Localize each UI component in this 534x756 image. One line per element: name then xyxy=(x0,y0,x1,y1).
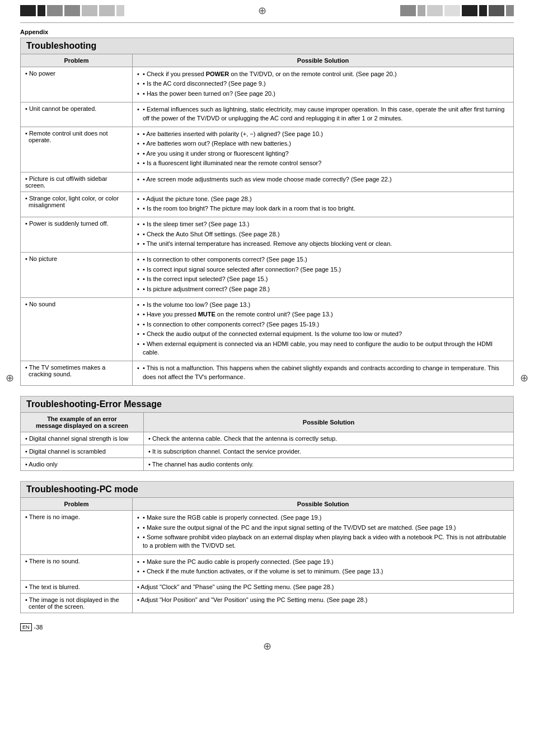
header-block-r7 xyxy=(489,5,504,16)
problem-cell: • No power xyxy=(21,67,133,102)
footer: EN - 38 xyxy=(20,623,514,631)
problem-cell: • There is no image. xyxy=(21,511,133,555)
header-bar: ⊕ xyxy=(20,0,514,19)
header-block-1 xyxy=(20,5,36,16)
table-row: • Unit cannot be operated. • External in… xyxy=(21,102,514,127)
header-block-6 xyxy=(99,5,115,16)
header-center-circle: ⊕ xyxy=(258,4,266,17)
problem-cell: • Unit cannot be operated. xyxy=(21,102,133,127)
troubleshooting-col-problem: Problem xyxy=(21,54,133,67)
header-block-3 xyxy=(47,5,63,16)
problem-cell: • The image is not displayed in the cent… xyxy=(21,593,133,613)
table-row: • No sound • Is the volume too low? (See… xyxy=(21,298,514,361)
header-block-r5 xyxy=(462,5,477,16)
appendix-label: Appendix xyxy=(20,29,514,35)
solution-cell: • Is the sleep timer set? (See page 13.)… xyxy=(133,217,514,253)
table-row: • No power • Check if you pressed POWER … xyxy=(21,67,514,102)
problem-cell: • The TV sometimes makes a cracking soun… xyxy=(21,361,133,386)
problem-cell: • Power is suddenly turned off. xyxy=(21,217,133,253)
header-block-r8 xyxy=(506,5,514,16)
table-row: • Picture is cut off/with sidebar screen… xyxy=(21,172,514,192)
problem-cell: • No sound xyxy=(21,298,133,361)
table-row: • Remote control unit does not operate. … xyxy=(21,127,514,172)
solution-cell: • Is the volume too low? (See page 13.) … xyxy=(133,298,514,361)
solution-cell: • Make sure the RGB cable is properly co… xyxy=(133,511,514,555)
solution-cell: • Check if you pressed POWER on the TV/D… xyxy=(133,67,514,102)
table-row: • The image is not displayed in the cent… xyxy=(21,593,514,613)
problem-cell: • Digital channel is scrambled xyxy=(21,445,144,458)
solution-cell: • Check the antenna cable. Check that th… xyxy=(144,432,514,445)
left-binding-icon: ⊕ xyxy=(6,372,14,384)
header-block-r1 xyxy=(400,5,416,16)
table-row: • The TV sometimes makes a cracking soun… xyxy=(21,361,514,386)
page-number: 38 xyxy=(36,624,43,631)
table-row: • Audio only • The channel has audio con… xyxy=(21,458,514,471)
solution-cell: • Adjust "Clock" and "Phase" using the P… xyxy=(133,580,514,593)
problem-cell: • Picture is cut off/with sidebar screen… xyxy=(21,172,133,192)
bottom-circle-icon: ⊕ xyxy=(263,641,271,652)
top-divider xyxy=(20,22,514,23)
troubleshooting-col-solution: Possible Solution xyxy=(133,54,514,67)
header-block-2 xyxy=(38,5,45,16)
solution-cell: • External influences such as lightning,… xyxy=(133,102,514,127)
page: ⊕ Appendix Troubleshooting Problem Possi… xyxy=(0,0,534,756)
solution-cell: • The channel has audio contents only. xyxy=(144,458,514,471)
problem-cell: • Audio only xyxy=(21,458,144,471)
problem-cell: • There is no sound. xyxy=(21,554,133,580)
solution-cell: • This is not a malfunction. This happen… xyxy=(133,361,514,386)
error-col-problem: The example of an errormessage displayed… xyxy=(21,413,144,432)
pc-mode-table: Problem Possible Solution • There is no … xyxy=(20,497,514,613)
table-row: • There is no image. • Make sure the RGB… xyxy=(21,511,514,555)
solution-cell: • Is connection to other components corr… xyxy=(133,253,514,298)
problem-cell: • No picture xyxy=(21,253,133,298)
header-block-r6 xyxy=(479,5,487,16)
table-row: • The text is blurred. • Adjust "Clock" … xyxy=(21,580,514,593)
header-block-r4 xyxy=(444,5,460,16)
header-block-r2 xyxy=(418,5,425,16)
table-row: • Digital channel is scrambled • It is s… xyxy=(21,445,514,458)
error-message-table: The example of an errormessage displayed… xyxy=(20,412,514,471)
header-block-5 xyxy=(82,5,97,16)
header-left-decoration xyxy=(20,5,124,16)
problem-cell: • Remote control unit does not operate. xyxy=(21,127,133,172)
bottom-binding: ⊕ xyxy=(20,640,514,652)
pc-col-solution: Possible Solution xyxy=(133,498,514,511)
problem-cell: • Strange color, light color, or color m… xyxy=(21,192,133,217)
error-col-solution: Possible Solution xyxy=(144,413,514,432)
troubleshooting-table: Problem Possible Solution • No power • C… xyxy=(20,54,514,386)
table-row: • Power is suddenly turned off. • Is the… xyxy=(21,217,514,253)
solution-cell: • It is subscription channel. Contact th… xyxy=(144,445,514,458)
table-row: • Digital channel signal strength is low… xyxy=(21,432,514,445)
error-message-title: Troubleshooting-Error Message xyxy=(20,396,514,412)
right-binding-icon: ⊕ xyxy=(520,372,528,384)
header-block-r3 xyxy=(427,5,443,16)
solution-cell: • Adjust the picture tone. (See page 28.… xyxy=(133,192,514,217)
header-block-7 xyxy=(116,5,124,16)
table-row: • Strange color, light color, or color m… xyxy=(21,192,514,217)
en-badge: EN xyxy=(20,623,32,631)
troubleshooting-title: Troubleshooting xyxy=(20,38,514,54)
table-row: • No picture • Is connection to other co… xyxy=(21,253,514,298)
solution-cell: • Are batteries inserted with polarity (… xyxy=(133,127,514,172)
solution-cell: • Are screen mode adjustments such as vi… xyxy=(133,172,514,192)
problem-cell: • Digital channel signal strength is low xyxy=(21,432,144,445)
pc-col-problem: Problem xyxy=(21,498,133,511)
solution-cell: • Adjust "Hor Position" and "Ver Positio… xyxy=(133,593,514,613)
header-right-decoration xyxy=(400,5,514,16)
problem-cell: • The text is blurred. xyxy=(21,580,133,593)
pc-mode-title: Troubleshooting-PC mode xyxy=(20,481,514,497)
table-row: • There is no sound. • Make sure the PC … xyxy=(21,554,514,580)
solution-cell: • Make sure the PC audio cable is proper… xyxy=(133,554,514,580)
header-block-4 xyxy=(64,5,80,16)
